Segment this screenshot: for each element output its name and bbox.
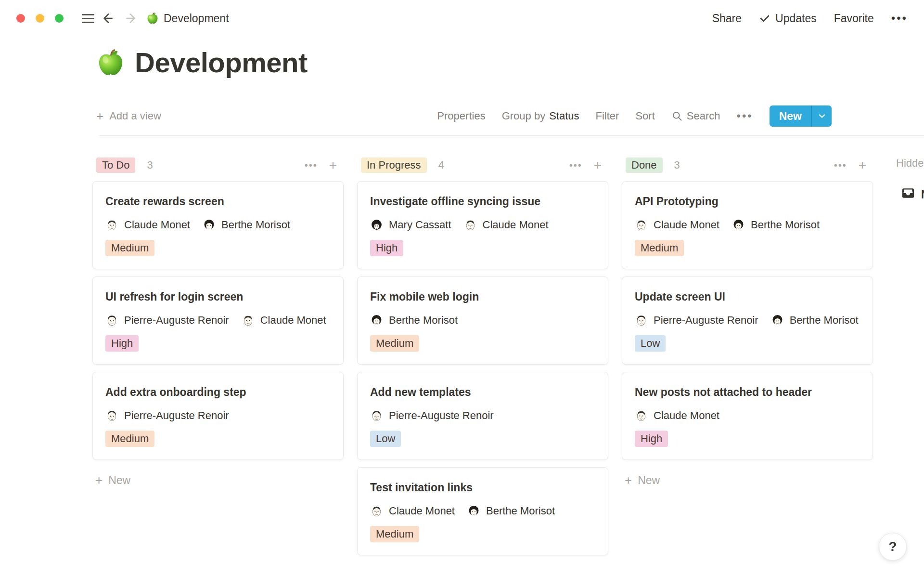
minimize-window-icon[interactable] — [36, 14, 44, 23]
assignee: Berthe Morisot — [467, 504, 555, 517]
updates-button[interactable]: Updates — [759, 12, 817, 25]
priority-badge: Medium — [635, 240, 684, 256]
kanban-column: To Do 3 ••• + Create rewards screen Clau… — [92, 157, 344, 488]
share-label: Share — [712, 12, 742, 25]
kanban-card[interactable]: API Prototyping Claude Monet Berthe Mori… — [622, 181, 873, 269]
kanban-card[interactable]: UI refresh for login screen Pierre-Augus… — [92, 276, 344, 365]
kanban-card[interactable]: Add new templates Pierre-Auguste Renoir … — [357, 372, 608, 460]
card-title: UI refresh for login screen — [105, 289, 331, 304]
help-button[interactable]: ? — [879, 533, 907, 561]
assignee-name: Berthe Morisot — [790, 314, 859, 327]
filter-button[interactable]: Filter — [596, 110, 619, 122]
priority-badge: Medium — [105, 431, 154, 447]
avatar — [732, 218, 745, 231]
breadcrumb[interactable]: Development — [146, 12, 229, 25]
column-more-icon[interactable]: ••• — [569, 160, 582, 171]
column-more-icon[interactable]: ••• — [834, 160, 847, 171]
kanban-card[interactable]: Fix mobile web login Berthe Morisot Medi… — [357, 276, 608, 365]
updates-label: Updates — [775, 12, 817, 25]
assignee-name: Pierre-Auguste Renoir — [654, 314, 758, 327]
hidden-columns-group: Hidden columnsNo Status — [886, 157, 924, 203]
card-title: Create rewards screen — [105, 194, 331, 209]
view-toolbar: + Add a view Properties Group by Status … — [96, 105, 832, 128]
assignee-name: Claude Monet — [654, 409, 719, 422]
close-window-icon[interactable] — [16, 14, 25, 23]
card-title: Add extra onboarding step — [105, 385, 331, 399]
hamburger-icon — [82, 14, 94, 23]
new-dropdown-button[interactable] — [811, 105, 832, 127]
kanban-card[interactable]: Update screen UI Pierre-Auguste Renoir B… — [622, 276, 873, 365]
avatar — [635, 218, 648, 231]
green-apple-icon — [146, 12, 159, 25]
share-button[interactable]: Share — [712, 12, 742, 25]
kanban-card[interactable]: Test invitation links Claude Monet Berth… — [357, 467, 608, 555]
card-assignees: Mary Cassatt Claude Monet — [370, 218, 595, 231]
assignee: Pierre-Auguste Renoir — [635, 314, 758, 327]
add-view-label: Add a view — [109, 110, 161, 122]
card-assignees: Claude Monet — [635, 409, 860, 422]
back-arrow-icon — [100, 11, 115, 26]
help-label: ? — [888, 539, 897, 554]
properties-button[interactable]: Properties — [437, 110, 485, 122]
search-button[interactable]: Search — [671, 110, 720, 122]
new-card-label: New — [108, 474, 130, 487]
assignee-name: Pierre-Auguste Renoir — [389, 409, 494, 422]
priority-badge: Medium — [105, 240, 154, 256]
priority-badge: High — [635, 431, 668, 447]
assignee-name: Claude Monet — [124, 219, 190, 231]
breadcrumb-title: Development — [164, 12, 229, 25]
card-assignees: Claude Monet Berthe Morisot — [635, 218, 860, 231]
favorite-button[interactable]: Favorite — [834, 12, 874, 25]
traffic-lights — [16, 14, 64, 23]
column-add-card-icon[interactable]: + — [859, 158, 866, 173]
priority-badge: High — [370, 240, 403, 256]
kanban-card[interactable]: New posts not attached to header Claude … — [622, 372, 873, 460]
new-card-button[interactable]: + New — [92, 467, 344, 488]
hidden-columns-label[interactable]: Hidden columns — [886, 157, 924, 170]
favorite-label: Favorite — [834, 12, 874, 25]
column-status-badge[interactable]: Done — [626, 158, 663, 173]
column-status-badge[interactable]: To Do — [96, 158, 135, 173]
assignee: Berthe Morisot — [732, 218, 820, 231]
column-count: 3 — [674, 159, 680, 171]
column-status-badge[interactable]: In Progress — [361, 158, 427, 173]
forward-arrow-icon — [124, 11, 139, 26]
more-options-icon[interactable]: ••• — [891, 12, 908, 25]
view-more-icon[interactable]: ••• — [736, 109, 753, 123]
assignee: Claude Monet — [242, 314, 326, 327]
plus-icon: + — [96, 109, 103, 124]
avatar — [242, 314, 255, 327]
hidden-column-item[interactable]: No Status — [901, 186, 924, 203]
plus-icon: + — [625, 473, 632, 488]
column-count: 3 — [147, 159, 153, 171]
column-add-card-icon[interactable]: + — [594, 158, 602, 173]
new-card-button[interactable]: + New — [622, 467, 873, 488]
kanban-card[interactable]: Add extra onboarding step Pierre-Auguste… — [92, 372, 344, 460]
new-button[interactable]: New — [770, 105, 811, 127]
priority-badge: High — [105, 335, 139, 352]
page-green-apple-icon — [96, 48, 125, 77]
card-assignees: Pierre-Auguste Renoir Claude Monet — [105, 314, 331, 327]
sort-button[interactable]: Sort — [635, 110, 654, 122]
window-titlebar: Development Share Updates Favorite ••• — [0, 0, 924, 37]
group-by-value: Status — [549, 110, 579, 122]
group-by-button[interactable]: Group by Status — [502, 110, 579, 122]
kanban-board: To Do 3 ••• + Create rewards screen Clau… — [0, 136, 924, 563]
card-title: Test invitation links — [370, 480, 595, 495]
column-more-icon[interactable]: ••• — [305, 160, 318, 171]
add-view-button[interactable]: + Add a view — [96, 109, 161, 124]
assignee: Claude Monet — [105, 218, 190, 231]
forward-button[interactable] — [123, 10, 140, 26]
back-button[interactable] — [99, 10, 116, 26]
avatar — [635, 409, 648, 422]
column-cards: Create rewards screen Claude Monet Berth… — [92, 181, 344, 460]
column-add-card-icon[interactable]: + — [329, 158, 337, 173]
priority-badge: Medium — [370, 526, 419, 542]
kanban-card[interactable]: Investigate offline syncing issue Mary C… — [357, 181, 608, 269]
avatar — [370, 314, 383, 327]
kanban-card[interactable]: Create rewards screen Claude Monet Berth… — [92, 181, 344, 269]
assignee: Pierre-Auguste Renoir — [370, 409, 494, 422]
sidebar-menu-button[interactable] — [80, 10, 96, 26]
assignee-name: Pierre-Auguste Renoir — [124, 314, 229, 327]
maximize-window-icon[interactable] — [55, 14, 64, 23]
